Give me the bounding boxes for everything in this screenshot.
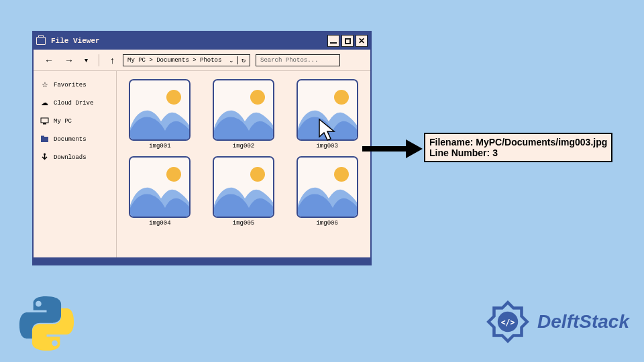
maximize-button[interactable] xyxy=(341,35,354,47)
mountain-icon xyxy=(130,103,191,139)
svg-rect-3 xyxy=(41,136,44,137)
sidebar: ☆ Favorites ☁ Cloud Drive My PC Document… xyxy=(34,71,117,257)
forward-button[interactable]: → xyxy=(62,54,76,67)
tooltip-line1: Filename: MyPC/Documents/img003.jpg xyxy=(429,137,607,147)
sidebar-item-label: Favorites xyxy=(54,82,87,88)
svg-rect-1 xyxy=(43,123,46,125)
body: ☆ Favorites ☁ Cloud Drive My PC Document… xyxy=(34,71,370,257)
file-label: img005 xyxy=(233,220,254,227)
file-item[interactable]: img002 xyxy=(210,79,278,149)
delftstack-text: DelftStack xyxy=(537,311,629,333)
search-input[interactable]: Search Photos... xyxy=(256,54,340,66)
callout-arrow-icon xyxy=(362,139,423,158)
thumbnail xyxy=(129,79,191,141)
svg-rect-2 xyxy=(41,137,48,142)
status-bar xyxy=(34,257,370,264)
tooltip-linenumber-label: Line Number: xyxy=(429,147,490,158)
svg-point-4 xyxy=(44,154,46,156)
delftstack-emblem-icon: </> xyxy=(482,296,533,347)
document-icon xyxy=(40,135,49,143)
thumbnail xyxy=(297,156,358,218)
file-label: img004 xyxy=(149,220,170,227)
separator xyxy=(99,54,99,66)
file-item[interactable]: img003 xyxy=(293,79,361,149)
up-button[interactable]: ↑ xyxy=(107,54,117,67)
forward-dropdown-icon[interactable]: ▾ xyxy=(82,55,91,65)
folder-icon xyxy=(36,37,46,45)
tooltip-filename-label: Filename: xyxy=(429,137,473,147)
mountain-icon xyxy=(214,180,274,217)
delftstack-logo: </> DelftStack xyxy=(482,296,629,347)
thumbnail xyxy=(213,79,274,141)
toolbar: ← → ▾ ↑ My PC > Documents > Photos ⌄ ↻ S… xyxy=(34,50,370,71)
breadcrumb-path: My PC > Documents > Photos xyxy=(127,57,221,64)
file-item[interactable]: img005 xyxy=(210,156,278,227)
mountain-icon xyxy=(130,180,191,217)
mountain-icon xyxy=(298,180,358,217)
sidebar-item-label: Cloud Drive xyxy=(54,100,93,107)
thumbnail xyxy=(297,79,358,141)
thumbnail xyxy=(213,156,274,218)
tooltip-linenumber-value: 3 xyxy=(492,147,498,158)
sidebar-item-mypc[interactable]: My PC xyxy=(40,117,109,125)
download-icon xyxy=(40,153,49,162)
window-title: File Viewer xyxy=(51,37,322,45)
star-icon: ☆ xyxy=(40,80,49,89)
tooltip-line2: Line Number: 3 xyxy=(429,147,607,158)
file-label: img003 xyxy=(316,143,337,149)
pc-icon xyxy=(40,117,49,125)
file-item[interactable]: img006 xyxy=(293,156,361,227)
breadcrumb[interactable]: My PC > Documents > Photos ⌄ ↻ xyxy=(123,54,250,66)
minimize-button[interactable] xyxy=(327,35,339,47)
cloud-icon: ☁ xyxy=(40,99,49,107)
file-label: img006 xyxy=(316,220,337,227)
window-controls: ✕ xyxy=(327,35,368,47)
title-bar: File Viewer ✕ xyxy=(34,32,370,50)
refresh-icon[interactable]: ↻ xyxy=(237,56,246,64)
svg-rect-0 xyxy=(41,118,48,123)
sidebar-item-label: My PC xyxy=(54,118,72,125)
svg-rect-5 xyxy=(362,146,409,152)
sidebar-item-label: Downloads xyxy=(54,154,87,161)
back-button[interactable]: ← xyxy=(42,54,56,67)
sidebar-item-cloud[interactable]: ☁ Cloud Drive xyxy=(40,99,109,107)
close-button[interactable]: ✕ xyxy=(356,35,368,47)
mountain-icon xyxy=(214,103,274,139)
mountain-icon xyxy=(298,103,358,139)
thumbnail xyxy=(129,156,191,218)
search-placeholder: Search Photos... xyxy=(260,57,318,64)
file-label: img002 xyxy=(233,143,254,149)
chevron-down-icon[interactable]: ⌄ xyxy=(229,57,234,64)
file-item[interactable]: img001 xyxy=(126,79,194,149)
svg-text:</>: </> xyxy=(501,318,515,327)
tooltip-filename-value: MyPC/Documents/img003.jpg xyxy=(476,137,607,147)
sidebar-item-label: Documents xyxy=(54,136,87,143)
python-logo-icon xyxy=(15,292,78,355)
sidebar-item-favorites[interactable]: ☆ Favorites xyxy=(40,80,109,89)
file-grid: img001 img002 img003 xyxy=(117,71,370,257)
file-viewer-window: File Viewer ✕ ← → ▾ ↑ My PC > Documents … xyxy=(32,31,372,265)
tooltip: Filename: MyPC/Documents/img003.jpg Line… xyxy=(424,133,612,162)
file-label: img001 xyxy=(149,143,170,149)
file-item[interactable]: img004 xyxy=(126,156,194,227)
sidebar-item-downloads[interactable]: Downloads xyxy=(40,153,109,162)
sidebar-item-documents[interactable]: Documents xyxy=(40,135,109,143)
